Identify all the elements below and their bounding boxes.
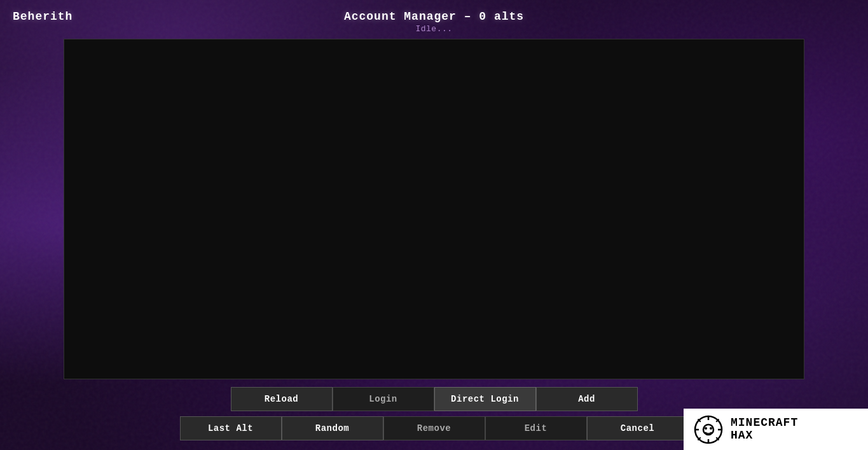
cancel-button[interactable]: Cancel — [587, 416, 689, 440]
header: Beherith Account Manager – 0 alts Idle..… — [0, 0, 868, 39]
last-alt-button[interactable]: Last Alt — [180, 416, 282, 440]
brand-hax: HAX — [731, 430, 798, 442]
brand-minecraft: MINECRAFT — [731, 417, 798, 430]
button-row-1: Reload Login Direct Login Add — [0, 379, 868, 411]
login-button[interactable]: Login — [333, 387, 434, 411]
svg-point-11 — [710, 427, 712, 430]
main-content — [0, 39, 868, 379]
app-name: Beherith — [13, 10, 72, 23]
status-text: Idle... — [415, 24, 452, 34]
svg-point-10 — [705, 427, 707, 430]
brand-logo-icon — [694, 415, 723, 444]
random-button[interactable]: Random — [282, 416, 383, 440]
edit-button[interactable]: Edit — [485, 416, 587, 440]
account-list — [64, 39, 804, 379]
add-button[interactable]: Add — [536, 387, 638, 411]
branding: MINECRAFT HAX — [684, 409, 868, 450]
remove-button[interactable]: Remove — [383, 416, 485, 440]
reload-button[interactable]: Reload — [231, 387, 333, 411]
direct-login-button[interactable]: Direct Login — [434, 387, 536, 411]
window-title: Account Manager – 0 alts — [344, 10, 524, 23]
brand-text: MINECRAFT HAX — [731, 417, 798, 442]
